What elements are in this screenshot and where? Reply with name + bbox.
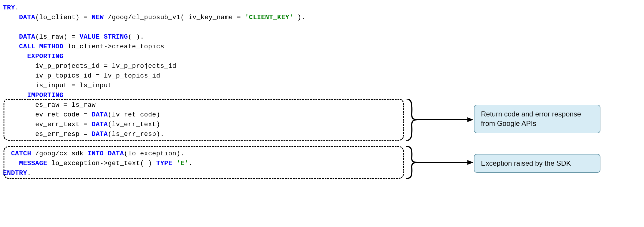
keyword-into-data: INTO DATA: [88, 150, 124, 157]
keyword-catch: CATCH: [11, 150, 35, 157]
code-line-blank: [3, 139, 644, 149]
keyword-endtry: ENDTRY: [3, 170, 27, 177]
code-line: iv_p_topics_id = lv_p_topics_id: [3, 71, 644, 81]
code-line: IMPORTING: [3, 91, 644, 100]
callout-exception: Exception raised by the SDK: [474, 154, 600, 173]
code-line: TRY.: [3, 3, 644, 13]
punct: .: [27, 170, 31, 177]
code-text: .: [188, 160, 192, 167]
code-text: /goog/cl_pubsub_v1( iv_key_name =: [108, 14, 245, 21]
code-line: CALL METHOD lo_client->create_topics: [3, 42, 644, 52]
keyword-message: MESSAGE: [19, 160, 52, 167]
keyword-try: TRY: [3, 4, 15, 11]
callout-text: Return code and error response from Goog…: [481, 110, 581, 127]
string-literal: 'E': [176, 160, 188, 167]
code-text: (lo_exception).: [124, 150, 185, 157]
keyword-data: DATA: [19, 14, 35, 21]
keyword-type: TYPE: [156, 160, 177, 167]
callout-return-code: Return code and error response from Goog…: [474, 105, 600, 133]
code-text: ( ).: [128, 33, 144, 41]
code-line-blank: [3, 22, 644, 32]
keyword-data: DATA: [92, 121, 108, 128]
callout-text: Exception raised by the SDK: [481, 159, 571, 167]
punct: .: [15, 4, 19, 11]
code-text: /goog/cx_sdk: [35, 150, 88, 157]
code-text: (ls_err_resp).: [108, 131, 164, 138]
code-line: DATA(ls_raw) = VALUE STRING( ).: [3, 32, 644, 42]
code-text: (lo_client) =: [35, 14, 92, 21]
code-text: (ls_raw) =: [35, 33, 80, 41]
code-text: is_input = ls_input: [35, 82, 112, 89]
code-block: TRY. DATA(lo_client) = NEW /goog/cl_pubs…: [3, 3, 644, 178]
code-text: ).: [297, 14, 305, 21]
code-text: es_raw = ls_raw: [35, 101, 96, 109]
code-line: EXPORTING: [3, 52, 644, 61]
keyword-importing: IMPORTING: [27, 92, 63, 99]
keyword-new: NEW: [92, 14, 108, 21]
code-text: (lv_err_text): [108, 121, 160, 128]
code-text: iv_p_topics_id = lv_p_topics_id: [35, 72, 160, 80]
keyword-data: DATA: [92, 131, 108, 138]
code-text: es_err_resp =: [35, 131, 92, 138]
keyword-call-method: CALL METHOD: [19, 43, 67, 50]
code-line: DATA(lo_client) = NEW /goog/cl_pubsub_v1…: [3, 13, 644, 22]
keyword-value: VALUE STRING: [79, 33, 128, 41]
code-text: ev_ret_code =: [35, 111, 92, 119]
code-line: iv_p_projects_id = lv_p_projects_id: [3, 61, 644, 71]
code-text: (lv_ret_code): [108, 111, 160, 119]
code-text: iv_p_projects_id = lv_p_projects_id: [35, 62, 177, 70]
keyword-exporting: EXPORTING: [27, 53, 63, 60]
code-line: is_input = ls_input: [3, 81, 644, 91]
keyword-data: DATA: [92, 111, 108, 119]
code-text: lo_client->create_topics: [67, 43, 164, 50]
code-text: lo_exception->get_text( ): [51, 160, 156, 167]
keyword-data: DATA: [19, 33, 35, 41]
string-literal: 'CLIENT_KEY': [245, 14, 297, 21]
code-text: ev_err_text =: [35, 121, 92, 128]
